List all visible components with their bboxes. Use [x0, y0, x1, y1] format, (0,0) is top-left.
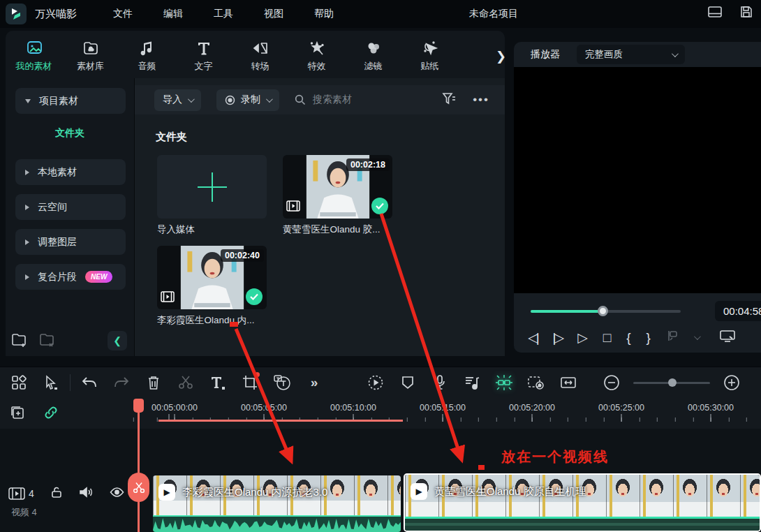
playhead-line[interactable] [138, 399, 140, 532]
ruler-label: 00:05:10:00 [330, 403, 376, 413]
chevron-down-icon [672, 50, 679, 57]
redo-icon[interactable] [105, 376, 138, 390]
media-section-title: 文件夹 [156, 131, 187, 144]
link-clips-icon[interactable] [43, 405, 59, 423]
menu-tools[interactable]: 工具 [214, 8, 233, 20]
more-tabs-chevron-icon[interactable]: ❯ [496, 49, 506, 64]
check-icon [371, 198, 388, 214]
timeline-clip-2-selected[interactable]: ▶ 黄莹雪医生Olandu 胶原自生机理 [404, 473, 761, 532]
sidebar-item-adjustment-layer[interactable]: 调整图层 [15, 229, 126, 255]
seek-knob[interactable] [598, 306, 608, 316]
caret-right-icon [25, 205, 29, 210]
previous-frame-button[interactable]: ◁| [528, 330, 538, 346]
split-scissors-button[interactable] [128, 473, 149, 502]
menu-bar: 万兴喵影 文件 编辑 工具 视图 帮助 未命名项目 [0, 0, 761, 28]
tab-text[interactable]: 文字 [175, 40, 232, 73]
zoom-out-icon[interactable] [596, 374, 628, 391]
app-logo-icon[interactable] [6, 3, 27, 24]
clip-audio-waveform [153, 515, 401, 532]
collapse-sidebar-button[interactable]: ❮ [108, 331, 127, 350]
import-button[interactable]: 导入 [154, 89, 201, 111]
app-title: 万兴喵影 [35, 8, 77, 21]
track-mute-icon[interactable] [79, 486, 93, 501]
record-button[interactable]: 录制 [216, 89, 279, 111]
menu-items: 文件 编辑 工具 视图 帮助 [113, 8, 334, 20]
sidebar-item-compound-clip[interactable]: 复合片段 NEW [15, 264, 126, 290]
tab-effects[interactable]: 特效 [288, 40, 345, 73]
save-project-icon[interactable] [740, 6, 753, 21]
layout-panels-icon[interactable] [708, 6, 722, 21]
mark-out-button[interactable]: } [647, 330, 651, 346]
screen-preview-icon[interactable] [520, 375, 552, 390]
tab-my-media[interactable]: 我的素材 [6, 40, 62, 73]
notification-dot [255, 372, 260, 377]
caret-right-icon [25, 170, 29, 175]
sidebar-item-local-media[interactable]: 本地素材 [15, 159, 126, 185]
add-track-icon[interactable] [10, 405, 25, 423]
sidebar-item-project-media[interactable]: 项目素材 [15, 88, 126, 114]
undo-icon[interactable] [73, 376, 105, 390]
voiceover-mic-icon[interactable] [424, 374, 456, 391]
stop-button[interactable]: □ [603, 330, 611, 346]
play-button[interactable]: ▷ [577, 330, 588, 346]
tab-stickers[interactable]: 贴纸 [401, 40, 458, 73]
video-preview[interactable] [514, 67, 761, 293]
select-tool-icon[interactable] [35, 375, 67, 390]
tab-transition[interactable]: 转场 [232, 40, 288, 73]
next-frame-button[interactable]: |▷ [553, 330, 563, 346]
media-browser-icon[interactable] [3, 375, 35, 390]
delete-icon[interactable] [138, 375, 170, 390]
timeline-ruler-area[interactable] [0, 398, 761, 429]
mark-in-button[interactable]: { [626, 330, 630, 346]
zoom-in-icon[interactable] [716, 374, 748, 391]
search-input[interactable]: 搜索素材 [295, 94, 442, 106]
mask-icon[interactable] [392, 375, 424, 390]
delete-folder-icon[interactable] [39, 332, 56, 350]
import-media-card[interactable] [157, 155, 267, 219]
media-item-video-2[interactable]: 00:02:40 [157, 246, 267, 309]
add-folder-icon[interactable] [11, 332, 28, 350]
filter-icon[interactable] [442, 92, 456, 108]
speech-to-text-icon[interactable] [266, 374, 298, 391]
track-type-icon: 4 [8, 487, 34, 500]
audio-adjust-icon[interactable] [456, 375, 488, 390]
marker-button[interactable] [666, 330, 679, 346]
track-header: 4 视频 4 [0, 475, 130, 532]
fit-timeline-icon[interactable] [552, 376, 584, 390]
fullscreen-monitor-button[interactable] [720, 330, 735, 346]
timeline-clip-1[interactable]: ▶ 李彩霞医生Olandu 内源抗老3.0 [153, 475, 401, 532]
filmora-app-window: 万兴喵影 文件 编辑 工具 视图 帮助 未命名项目 我的素材 素材库 音频 [0, 0, 761, 532]
ruler-label: 00:05:00:00 [152, 403, 198, 413]
more-tools-icon[interactable]: » [298, 375, 330, 390]
ruler-label: 00:05:30:00 [688, 403, 734, 413]
menu-edit[interactable]: 编辑 [163, 8, 183, 20]
sidebar-item-cloud-space[interactable]: 云空间 [15, 194, 126, 220]
marker-dropdown-icon[interactable] [694, 333, 701, 340]
render-preview-icon[interactable] [360, 374, 392, 391]
track-lock-icon[interactable] [51, 486, 62, 501]
zoom-slider-knob[interactable] [668, 378, 677, 387]
track-visibility-icon[interactable] [110, 487, 124, 501]
sidebar-item-folder-selected[interactable]: 文件夹 [6, 127, 134, 140]
timeline-zoom-slider[interactable] [633, 378, 710, 387]
clip-audio-band [405, 517, 760, 532]
text-tool-icon[interactable] [202, 375, 234, 390]
menu-file[interactable]: 文件 [113, 8, 133, 20]
quality-dropdown[interactable]: 完整画质 [577, 45, 685, 64]
tab-audio[interactable]: 音频 [119, 40, 175, 73]
more-options-icon[interactable]: ••• [473, 93, 489, 107]
playhead-handle[interactable] [133, 399, 144, 413]
duration-badge: 00:02:18 [346, 158, 390, 171]
menu-view[interactable]: 视图 [264, 8, 283, 20]
tab-stock-media[interactable]: 素材库 [62, 40, 119, 73]
media-item-label: 黄莹雪医生Olandu 胶... [283, 223, 401, 236]
menu-help[interactable]: 帮助 [314, 8, 334, 20]
cut-icon[interactable] [170, 375, 202, 390]
media-item-label: 李彩霞医生Olandu 内... [157, 314, 276, 327]
crop-icon[interactable] [234, 375, 266, 390]
media-item-video-1[interactable]: 00:02:18 [283, 155, 392, 219]
auto-split-icon[interactable] [488, 374, 520, 392]
tab-filters[interactable]: 滤镜 [345, 40, 401, 73]
track-label: 视频 4 [11, 506, 37, 519]
seek-bar[interactable]: 00:04:58:00 [531, 306, 744, 317]
